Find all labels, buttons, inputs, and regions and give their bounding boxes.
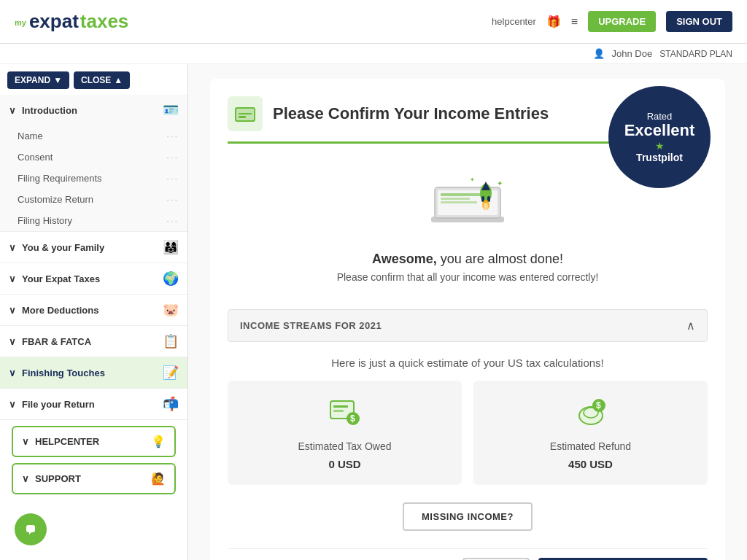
sidebar-item-customize[interactable]: Customize Return··· [0,189,187,210]
tax-refund-icon: $ [573,395,609,435]
sidebar-item-name[interactable]: Name··· [0,125,187,147]
item-filing-history-label: Filing History [18,215,72,226]
section-introduction: ∨ Introduction 🪪 Name··· Consent··· Fili… [0,95,187,232]
header-right: helpcenter 🎁 ≡ UPGRADE SIGN OUT [492,11,732,32]
file-return-icon: 📬 [163,396,179,412]
svg-rect-9 [441,198,470,200]
section-finishing-touches: ∨ Finishing Touches 📝 [0,357,187,389]
gift-icon[interactable]: 🎁 [546,15,561,28]
user-name: John Doe [612,48,653,59]
chevron-you-family: ∨ [9,242,16,253]
chevron-more-deductions: ∨ [9,305,16,316]
expand-button[interactable]: EXPAND ▼ [7,71,69,89]
introduction-subitems: Name··· Consent··· Filing Requirements··… [0,125,187,231]
tax-refund-card: $ Estimated Refund 450 USD [473,381,708,485]
expat-taxes-icon: 🌍 [163,271,179,287]
rocket-illustration: ✦ ✦ [420,166,515,246]
page-title-plain: Please [273,104,328,122]
svg-point-16 [484,203,488,210]
support-icon: 🙋 [151,472,166,486]
svg-text:$: $ [596,400,601,411]
tax-refund-value: 450 USD [568,458,613,470]
finishing-touches-icon: 📝 [163,365,179,381]
section-more-deductions: ∨ More Deductions 🐷 [0,295,187,326]
more-deductions-icon: 🐷 [163,302,179,318]
user-icon: 👤 [593,48,605,59]
expand-icon: ▼ [53,75,62,85]
helpcenter-item[interactable]: ∨ HELPCENTER 💡 [13,427,174,456]
section-expat-taxes: ∨ Your Expat Taxes 🌍 [0,263,187,295]
helpcenter-label: HELPCENTER [35,436,99,447]
svg-rect-10 [441,201,477,203]
svg-text:✦: ✦ [470,176,475,183]
section-file-return-header[interactable]: ∨ File your Return 📬 [0,389,187,419]
item-customize-label: Customize Return [18,194,93,205]
helpcenter-link[interactable]: helpcenter [492,16,536,27]
section-expat-taxes-header[interactable]: ∨ Your Expat Taxes 🌍 [0,263,187,294]
tax-owed-icon: $ [327,395,363,435]
label-expat-taxes: Your Expat Taxes [22,273,100,284]
section-label-introduction: Introduction [22,105,77,116]
svg-text:$: $ [350,413,355,424]
awesome-bold: Awesome, [372,252,437,266]
trustpilot-excellent-text: Excellent [624,122,695,139]
svg-rect-4 [239,116,246,118]
signout-button[interactable]: SIGN OUT [666,11,732,32]
page-title-bold: Confirm Your Income [328,104,490,122]
trustpilot-rated-text: Rated [647,111,673,122]
page-title-suffix: Entries [490,104,549,122]
trustpilot-badge: Rated Excellent ★ Trustpilot [608,86,711,188]
estimate-text: Here is just a quick estimate of your US… [228,357,708,369]
income-streams-label: INCOME STREAMS for 2021 [240,320,382,331]
user-bar: 👤 John Doe STANDARD PLAN [0,44,747,64]
section-chevron-introduction: ∨ [9,105,16,116]
svg-rect-20 [333,405,348,408]
section-fbar-fatca: ∨ FBAR & FATCA 📋 [0,326,187,357]
support-label: SUPPORT [35,473,81,484]
awesome-rest: you are almost done! [437,252,563,266]
menu-icon[interactable]: ≡ [571,15,578,28]
svg-rect-8 [441,193,484,196]
section-you-family: ∨ You & your Family 👨‍👩‍👧 [0,232,187,263]
chevron-finishing-touches: ∨ [9,368,16,378]
section-more-deductions-header[interactable]: ∨ More Deductions 🐷 [0,295,187,325]
item-filing-req-label: Filing Requirements [18,173,102,184]
section-fbar-fatca-header[interactable]: ∨ FBAR & FATCA 📋 [0,326,187,357]
close-icon: ▲ [114,75,123,85]
svg-rect-21 [333,410,344,412]
section-introduction-header[interactable]: ∨ Introduction 🪪 [0,95,187,125]
chat-button[interactable] [15,513,47,545]
helpcenter-chevron: ∨ [22,436,29,447]
logo-expat-text: expat [29,10,79,33]
trustpilot-star-icon: ★ [655,140,665,152]
sidebar-item-filing-history[interactable]: Filing History··· [0,210,187,231]
item-consent-label: Consent [18,152,53,163]
upgrade-button[interactable]: UPGRADE [588,11,656,32]
helpcenter-icon: 💡 [151,435,166,448]
chevron-fbar-fatca: ∨ [9,336,16,347]
fbar-fatca-icon: 📋 [163,333,179,349]
awesome-text: Awesome, you are almost done! [372,252,563,267]
chevron-expat-taxes: ∨ [9,273,16,284]
section-file-return: ∨ File your Return 📬 [0,389,187,420]
content-card: Rated Excellent ★ Trustpilot P [210,79,725,560]
support-item[interactable]: ∨ SUPPORT 🙋 [13,464,174,493]
tax-owed-card: $ Estimated Tax Owed 0 USD [228,381,462,485]
missing-income-button[interactable]: MISSING INCOME? [403,502,533,531]
sidebar-bottom-sections: ∨ HELPCENTER 💡 ∨ SUPPORT 🙋 [6,426,182,494]
label-fbar-fatca: FBAR & FATCA [22,336,91,347]
introduction-icon: 🪪 [163,102,179,118]
income-streams-header[interactable]: INCOME STREAMS for 2021 ∧ [228,309,708,342]
section-finishing-touches-header[interactable]: ∨ Finishing Touches 📝 [0,357,187,388]
header: my expat taxes helpcenter 🎁 ≡ UPGRADE SI… [0,0,747,44]
label-finishing-touches: Finishing Touches [22,368,105,378]
section-you-family-header[interactable]: ∨ You & your Family 👨‍👩‍👧 [0,232,187,262]
sidebar-item-consent[interactable]: Consent··· [0,147,187,168]
sidebar-item-filing-req[interactable]: Filing Requirements··· [0,168,187,189]
income-streams-chevron-icon: ∧ [686,319,695,332]
label-more-deductions: More Deductions [22,305,98,316]
item-name-label: Name [18,131,43,141]
helpcenter-section: ∨ HELPCENTER 💡 [12,426,176,457]
close-button[interactable]: CLOSE ▲ [74,71,130,89]
chevron-file-return: ∨ [9,399,16,410]
